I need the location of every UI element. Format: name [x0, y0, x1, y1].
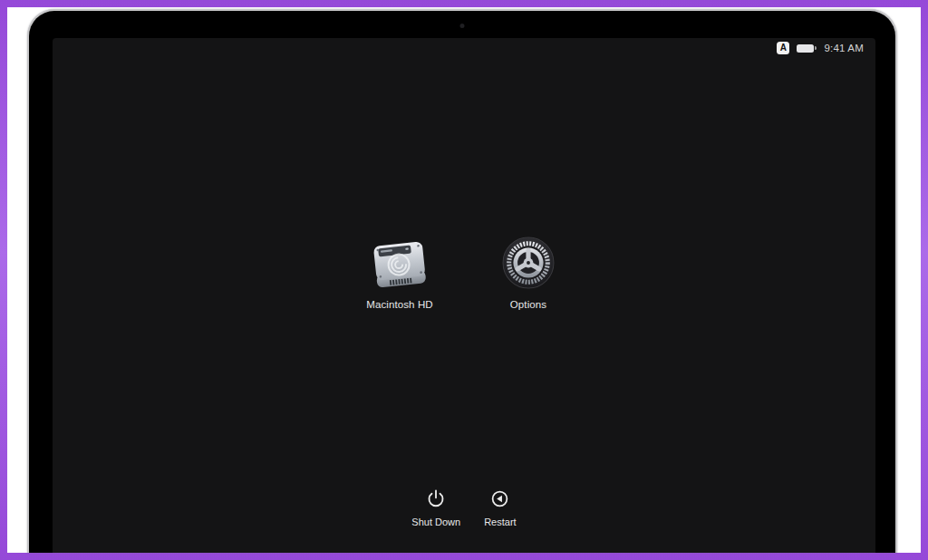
- webcam-icon: [460, 24, 465, 28]
- action-label: Shut Down: [411, 517, 460, 527]
- page: A 9:41 AM: [0, 0, 928, 560]
- volume-macintosh-hd[interactable]: Macintosh HD: [362, 236, 438, 310]
- hard-drive-icon: [371, 236, 429, 290]
- macbook-bezel: A 9:41 AM: [27, 9, 897, 553]
- volume-label: Options: [510, 299, 546, 310]
- volume-label: Macintosh HD: [366, 299, 432, 310]
- boot-picker-screen: A 9:41 AM: [53, 38, 875, 553]
- restart-button[interactable]: Restart: [484, 489, 516, 527]
- gear-icon: [502, 236, 555, 290]
- shut-down-button[interactable]: Shut Down: [411, 488, 460, 527]
- decorative-frame: A 9:41 AM: [0, 0, 928, 560]
- startup-volume-list: Macintosh HD: [53, 236, 875, 310]
- clock-time: 9:41 AM: [824, 43, 864, 53]
- action-label: Restart: [484, 517, 516, 527]
- frame-background: A 9:41 AM: [7, 7, 921, 553]
- power-icon: [426, 488, 446, 510]
- status-bar: A 9:41 AM: [777, 42, 864, 54]
- volume-options[interactable]: Options: [490, 236, 566, 310]
- battery-icon: [797, 44, 817, 53]
- power-actions: Shut Down Restart: [53, 488, 875, 527]
- restart-icon: [490, 489, 509, 510]
- input-source-icon[interactable]: A: [777, 42, 789, 54]
